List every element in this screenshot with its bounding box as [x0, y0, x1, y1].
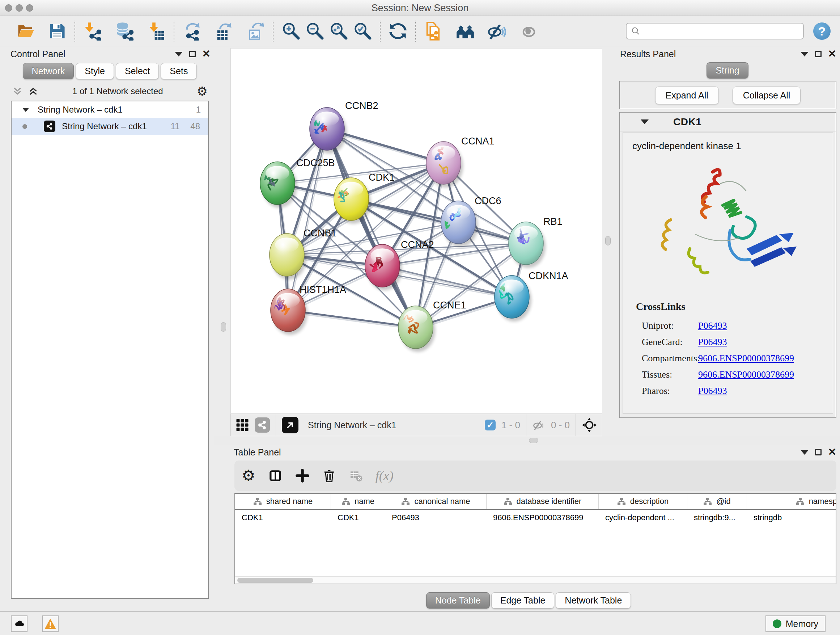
column-header-database-identifier[interactable]: database identifier	[486, 494, 599, 509]
home-icon[interactable]	[456, 22, 475, 41]
table-row[interactable]: CDK1CDK1P064939606.ENSP00000378699cyclin…	[235, 510, 836, 526]
detach-view-icon[interactable]	[282, 417, 298, 433]
crosslink-link[interactable]: P06493	[698, 334, 727, 350]
table-cell[interactable]: cyclin-dependent ...	[599, 510, 687, 526]
column-header-name[interactable]: name	[331, 494, 385, 509]
bottom-splitter-handle[interactable]	[529, 438, 538, 443]
panel-collapse-icon[interactable]	[175, 52, 183, 57]
crosslink-link[interactable]: 9606.ENSP00000378699	[698, 366, 794, 383]
gene-section-header[interactable]: CDK1	[620, 112, 836, 131]
crosslink-link[interactable]: P06493	[698, 383, 727, 399]
panel-close-icon[interactable]: ✕	[828, 49, 836, 59]
search-box[interactable]	[626, 23, 804, 40]
import-table-icon[interactable]	[147, 22, 166, 41]
panel-float-icon[interactable]	[815, 51, 821, 57]
table-type-tabs: Node TableEdge TableNetwork Table	[217, 592, 840, 608]
panel-collapse-icon[interactable]	[801, 450, 808, 455]
panel-float-icon[interactable]	[815, 449, 821, 455]
birds-eye-view-icon[interactable]	[582, 417, 597, 432]
import-network-icon[interactable]	[83, 22, 102, 41]
delete-column-icon[interactable]	[322, 469, 336, 483]
panel-collapse-icon[interactable]	[801, 52, 808, 57]
duplicate-network-icon[interactable]	[424, 22, 443, 41]
column-header-namespace[interactable]: namespace	[747, 494, 836, 509]
crosslink-link[interactable]: P06493	[698, 318, 727, 334]
table-horizontal-scrollbar[interactable]	[235, 576, 836, 584]
tree-expander-icon[interactable]	[22, 108, 29, 111]
crosslink-link[interactable]: 9606.ENSP00000378699	[698, 350, 794, 366]
collapse-all-icon[interactable]	[12, 86, 23, 97]
table-cell[interactable]: stringdb	[747, 510, 836, 526]
grid-view-icon[interactable]	[236, 418, 249, 432]
collapse-all-button[interactable]: Collapse All	[733, 87, 801, 104]
hide-selected-icon[interactable]	[488, 22, 507, 41]
zoom-fit-icon[interactable]	[329, 22, 348, 41]
column-header-description[interactable]: description	[599, 494, 687, 509]
zoom-in-icon[interactable]	[281, 22, 300, 41]
refresh-icon[interactable]	[388, 22, 407, 41]
save-session-icon[interactable]	[48, 22, 66, 41]
network-edge[interactable]	[288, 129, 327, 310]
gene-description: cyclin-dependent kinase 1	[623, 133, 833, 152]
horizontal-splitter[interactable]	[214, 436, 840, 445]
network-node-cdk1[interactable]	[334, 178, 371, 224]
export-image-icon[interactable]	[246, 22, 265, 41]
table-cell[interactable]: CDK1	[235, 510, 331, 526]
cloud-status-button[interactable]	[11, 616, 27, 632]
tab-string[interactable]: String	[706, 62, 748, 79]
right-splitter-handle[interactable]	[605, 236, 611, 245]
network-canvas[interactable]: CCNB2CCNA1CDC25BCDK1CDC6RB1CCNB1CCNA2CDK…	[231, 48, 602, 414]
export-network-icon[interactable]	[182, 22, 201, 41]
column-header-shared-name[interactable]: shared name	[235, 494, 331, 509]
network-collection-row[interactable]: String Network – cdk1 1	[11, 101, 208, 118]
tab-network-table[interactable]: Network Table	[556, 592, 631, 608]
gear-icon[interactable]: ⚙	[197, 85, 208, 97]
import-database-icon[interactable]	[115, 22, 134, 41]
tab-style[interactable]: Style	[76, 63, 114, 79]
selected-checkbox-icon[interactable]: ✓	[485, 420, 496, 431]
network-share-view-icon[interactable]	[255, 417, 270, 432]
tab-edge-table[interactable]: Edge Table	[491, 592, 554, 608]
tab-network[interactable]: Network	[23, 63, 74, 79]
section-expander-icon[interactable]	[641, 119, 649, 124]
column-header--id[interactable]: @id	[687, 494, 747, 509]
network-row[interactable]: String Network – cdk1 11 48	[11, 118, 208, 135]
network-node-ccnb2[interactable]	[309, 108, 347, 154]
panel-float-icon[interactable]	[189, 51, 196, 57]
show-columns-icon[interactable]	[268, 468, 283, 483]
tab-select[interactable]: Select	[116, 63, 159, 79]
open-session-icon[interactable]	[16, 22, 35, 41]
help-button[interactable]: ?	[813, 22, 831, 40]
show-all-icon[interactable]	[519, 22, 538, 41]
network-edge[interactable]	[327, 129, 416, 327]
network-node-hist1h1a[interactable]	[271, 289, 308, 335]
network-node-ccna1[interactable]	[426, 141, 463, 187]
scrollbar-thumb[interactable]	[237, 578, 313, 583]
network-node-ccnb1[interactable]	[270, 233, 306, 279]
table-cell[interactable]: 9606.ENSP00000378699	[486, 510, 599, 526]
expand-all-button[interactable]: Expand All	[655, 87, 719, 104]
table-settings-gear-icon[interactable]: ⚙	[242, 468, 256, 483]
table-cell[interactable]: stringdb:9...	[687, 510, 747, 526]
zoom-selected-icon[interactable]	[353, 22, 372, 41]
warnings-button[interactable]	[42, 616, 58, 632]
left-splitter-handle[interactable]	[221, 322, 226, 332]
network-node-cdc6[interactable]	[439, 201, 478, 247]
tab-node-table[interactable]: Node Table	[426, 592, 490, 608]
tab-sets[interactable]: Sets	[161, 63, 197, 79]
network-node-ccne1[interactable]	[398, 306, 435, 352]
expand-all-icon[interactable]	[28, 86, 39, 97]
table-cell[interactable]: P06493	[385, 510, 486, 526]
export-table-icon[interactable]	[214, 22, 233, 41]
network-node-rb1[interactable]	[508, 222, 546, 268]
panel-close-icon[interactable]: ✕	[828, 447, 836, 457]
create-column-icon[interactable]	[295, 469, 309, 483]
column-header-canonical-name[interactable]: canonical name	[385, 494, 486, 509]
network-node-cdkn1a[interactable]	[494, 276, 531, 321]
table-cell[interactable]: CDK1	[331, 510, 385, 526]
search-input[interactable]	[640, 26, 799, 36]
zoom-out-icon[interactable]	[305, 22, 324, 41]
network-graph: CCNB2CCNA1CDC25BCDK1CDC6RB1CCNB1CCNA2CDK…	[231, 49, 603, 414]
panel-close-icon[interactable]: ✕	[202, 49, 210, 59]
memory-button[interactable]: Memory	[766, 616, 826, 632]
